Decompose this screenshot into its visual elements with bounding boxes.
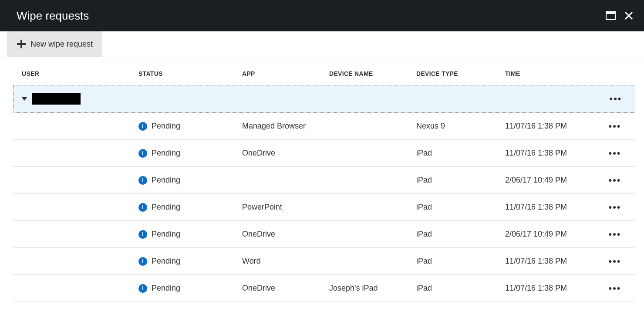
col-header-actions [602, 70, 628, 77]
table-header-row: USER STATUS APP DEVICE NAME DEVICE TYPE … [13, 70, 635, 85]
cell-time: 2/06/17 10:49 PM [505, 176, 602, 185]
svg-marker-6 [21, 97, 27, 101]
cell-status: iPending [138, 230, 242, 239]
cell-time: 2/06/17 10:49 PM [505, 230, 602, 239]
cell-time: 11/07/16 1:38 PM [505, 284, 602, 293]
cell-app: PowerPoint [242, 203, 329, 212]
new-wipe-request-label: New wipe request [30, 40, 93, 49]
cell-app: Managed Browser [242, 122, 329, 131]
content-area: USER STATUS APP DEVICE NAME DEVICE TYPE … [0, 57, 644, 302]
cell-device-type: iPad [416, 257, 505, 266]
page-title: Wipe requests [17, 9, 89, 23]
cell-device-type: Nexus 9 [416, 122, 505, 131]
cell-status: iPending [138, 284, 242, 293]
cell-time: 11/07/16 1:38 PM [505, 122, 602, 131]
col-header-time[interactable]: TIME [505, 70, 602, 77]
status-text: Pending [152, 122, 180, 131]
cell-status: iPending [138, 257, 242, 266]
cell-device-type: iPad [416, 203, 505, 212]
table-row[interactable]: iPendingManaged BrowserNexus 911/07/16 1… [13, 113, 635, 140]
cell-device-type: iPad [416, 230, 505, 239]
info-icon: i [138, 122, 147, 131]
chevron-down-icon[interactable] [21, 97, 27, 101]
col-header-device-name[interactable]: DEVICE NAME [329, 70, 416, 77]
info-icon: i [138, 149, 147, 158]
close-icon[interactable] [624, 11, 634, 20]
table-row[interactable]: iPendingOneDriveJoseph's iPadiPad11/07/1… [13, 275, 635, 302]
restore-window-icon[interactable] [606, 11, 616, 20]
col-header-user[interactable]: USER [22, 70, 138, 77]
info-icon: i [138, 230, 147, 239]
info-icon: i [138, 203, 147, 212]
info-icon: i [138, 176, 147, 185]
cell-status: iPending [138, 176, 242, 185]
wipe-requests-table: USER STATUS APP DEVICE NAME DEVICE TYPE … [13, 70, 635, 302]
col-header-device-type[interactable]: DEVICE TYPE [416, 70, 505, 77]
svg-rect-5 [17, 43, 26, 45]
header-bar: Wipe requests [0, 0, 644, 31]
col-header-status[interactable]: STATUS [138, 70, 242, 77]
table-row[interactable]: iPendingPowerPointiPad11/07/16 1:38 PM••… [13, 194, 635, 221]
status-text: Pending [152, 176, 180, 185]
row-context-menu-button[interactable]: ••• [602, 257, 628, 266]
col-header-app[interactable]: APP [242, 70, 329, 77]
row-context-menu-button[interactable]: ••• [602, 203, 628, 212]
cell-app: OneDrive [242, 284, 329, 293]
group-row[interactable]: ••• [13, 85, 635, 113]
cell-device-type: iPad [416, 176, 505, 185]
table-row[interactable]: iPendingOneDriveiPad11/07/16 1:38 PM••• [13, 140, 635, 167]
group-context-menu-button[interactable]: ••• [609, 94, 635, 104]
plus-icon [17, 39, 26, 49]
info-icon: i [138, 257, 147, 266]
table-row[interactable]: iPendingWordiPad11/07/16 1:38 PM••• [13, 248, 635, 275]
cell-device-name: Joseph's iPad [329, 284, 416, 293]
cell-status: iPending [138, 149, 242, 158]
svg-rect-1 [606, 12, 616, 14]
status-text: Pending [152, 230, 180, 239]
group-user-redacted [32, 93, 81, 105]
cell-time: 11/07/16 1:38 PM [505, 149, 602, 158]
table-row[interactable]: iPendingiPad2/06/17 10:49 PM••• [13, 167, 635, 194]
row-context-menu-button[interactable]: ••• [602, 149, 628, 158]
status-text: Pending [152, 284, 180, 293]
status-text: Pending [152, 203, 180, 212]
status-text: Pending [152, 257, 180, 266]
info-icon: i [138, 284, 147, 293]
cell-time: 11/07/16 1:38 PM [505, 203, 602, 212]
row-context-menu-button[interactable]: ••• [602, 176, 628, 185]
toolbar: New wipe request [0, 31, 644, 57]
cell-status: iPending [138, 122, 242, 131]
status-text: Pending [152, 149, 180, 158]
cell-device-type: iPad [416, 149, 505, 158]
row-context-menu-button[interactable]: ••• [602, 122, 628, 131]
cell-app: Word [242, 257, 329, 266]
cell-app: OneDrive [242, 149, 329, 158]
table-row[interactable]: iPendingOneDriveiPad2/06/17 10:49 PM••• [13, 221, 635, 248]
window-controls [606, 11, 634, 20]
cell-status: iPending [138, 203, 242, 212]
new-wipe-request-button[interactable]: New wipe request [7, 31, 102, 57]
row-context-menu-button[interactable]: ••• [602, 230, 628, 239]
row-context-menu-button[interactable]: ••• [602, 284, 628, 293]
cell-time: 11/07/16 1:38 PM [505, 257, 602, 266]
cell-app: OneDrive [242, 230, 329, 239]
cell-device-type: iPad [416, 284, 505, 293]
